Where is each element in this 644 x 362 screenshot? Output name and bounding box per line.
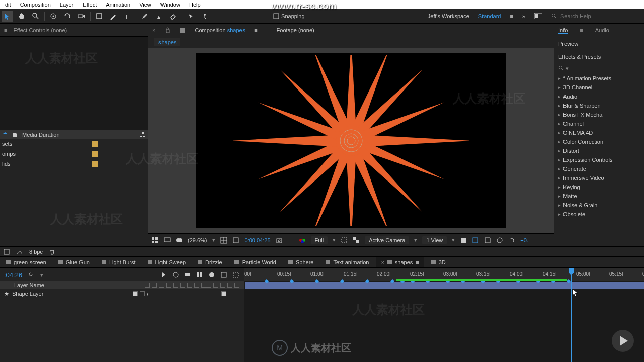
search-help[interactable]: [551, 13, 642, 19]
tl-icon[interactable]: [196, 271, 203, 278]
preset-item[interactable]: ▸3D Channel: [554, 83, 644, 92]
vf-icon2[interactable]: [472, 237, 479, 244]
tl-icon[interactable]: [208, 271, 215, 278]
preset-item[interactable]: ▸Expression Controls: [554, 155, 644, 164]
effects-presets-section[interactable]: Effects & Presets ≡: [554, 50, 644, 63]
preset-item[interactable]: ▸Matte: [554, 192, 644, 201]
timeline-tab[interactable]: Drizzle: [193, 257, 227, 267]
zoom-tool[interactable]: [30, 11, 41, 22]
roto-tool[interactable]: [185, 11, 196, 22]
grid-icon[interactable]: [151, 237, 158, 244]
preset-item[interactable]: ▸Audio: [554, 92, 644, 101]
preset-search[interactable]: ▾: [554, 63, 644, 74]
menu-animation[interactable]: Animation: [102, 2, 134, 8]
vf-icon3[interactable]: [484, 237, 491, 244]
menu-view[interactable]: View: [135, 2, 155, 8]
menu-layer[interactable]: Layer: [56, 2, 78, 8]
refresh-icon[interactable]: [508, 237, 515, 244]
menu-effect[interactable]: Effect: [78, 2, 101, 8]
search-help-input[interactable]: [560, 13, 621, 19]
rotate-tool[interactable]: [62, 11, 73, 22]
exposure[interactable]: +0.: [520, 237, 528, 243]
timeline-tab[interactable]: Light Sweep: [143, 257, 191, 267]
preset-item[interactable]: ▸Noise & Grain: [554, 201, 644, 210]
play-button[interactable]: [612, 330, 634, 352]
preset-item[interactable]: ▸Obsolete: [554, 210, 644, 219]
tl-icon[interactable]: [172, 271, 179, 278]
breadcrumb-item[interactable]: shapes: [154, 38, 180, 46]
project-item[interactable]: lids: [0, 159, 148, 169]
project-item[interactable]: sets: [0, 139, 148, 149]
lock-icon[interactable]: [165, 27, 171, 33]
pen-tool[interactable]: [108, 11, 119, 22]
hand-tool[interactable]: [16, 11, 27, 22]
preset-item[interactable]: ▸Distort: [554, 146, 644, 155]
preset-item[interactable]: ▸* Animation Presets: [554, 74, 644, 83]
panel-menu-icon[interactable]: ≡: [580, 27, 583, 33]
vf-icon4[interactable]: [496, 237, 503, 244]
tl-icon[interactable]: [160, 271, 167, 278]
trash-icon[interactable]: [49, 248, 56, 255]
channel-icon[interactable]: [299, 237, 306, 244]
close-panel-icon[interactable]: ×: [152, 27, 155, 33]
preset-item[interactable]: ▸Blur & Sharpen: [554, 101, 644, 110]
panel-menu-icon[interactable]: ≡: [4, 27, 7, 33]
menu-edit[interactable]: dit: [1, 2, 15, 8]
timeline-tab[interactable]: Text animation: [320, 257, 374, 267]
timeline-tab[interactable]: ×shapes≡: [376, 257, 424, 267]
rect-tool[interactable]: [94, 11, 105, 22]
timeline-time[interactable]: :04:26: [4, 271, 22, 279]
tl-icon[interactable]: [232, 271, 239, 278]
interpret-icon[interactable]: [3, 248, 10, 255]
preset-item[interactable]: ▸Boris FX Mocha: [554, 110, 644, 119]
bpc-label[interactable]: 8 bpc: [29, 249, 43, 255]
preset-item[interactable]: ▸Color Correction: [554, 137, 644, 146]
panel-menu-icon[interactable]: ≡: [254, 27, 257, 33]
playhead[interactable]: [571, 268, 572, 362]
timeline-tab[interactable]: Sphere: [283, 257, 318, 267]
composition-viewer[interactable]: [148, 48, 554, 233]
layer-name[interactable]: Shape Layer: [12, 291, 43, 297]
layer-bar[interactable]: [245, 282, 644, 289]
snapshot-icon[interactable]: [276, 237, 283, 244]
preset-item[interactable]: ▸Immersive Video: [554, 173, 644, 183]
menu-icon[interactable]: ≡: [510, 13, 513, 19]
timeline-tab[interactable]: Glue Gun: [53, 257, 95, 267]
transparency-icon[interactable]: [353, 237, 360, 244]
footage-tab[interactable]: Footage (none): [277, 27, 314, 33]
preset-item[interactable]: ▸Channel: [554, 119, 644, 128]
clone-tool[interactable]: [153, 11, 165, 22]
panel-menu-icon[interactable]: ≡: [583, 41, 586, 47]
resolution-icon[interactable]: [220, 237, 227, 244]
zoom-level[interactable]: (29.6%): [188, 237, 207, 243]
label-icon[interactable]: [12, 132, 18, 138]
workspace-selector[interactable]: Standard: [478, 13, 501, 19]
audio-tab[interactable]: Audio: [595, 27, 609, 33]
snapping-toggle[interactable]: Snapping: [273, 13, 305, 19]
sort-icon[interactable]: [2, 132, 8, 138]
view-select[interactable]: 1 View: [422, 236, 447, 244]
vf-icon1[interactable]: [460, 237, 467, 244]
menu-composition[interactable]: Composition: [16, 2, 55, 8]
viewer-canvas[interactable]: [196, 53, 506, 228]
current-time[interactable]: 0:00:04:25: [245, 237, 271, 243]
comp-tab-title[interactable]: Composition shapes: [195, 27, 245, 33]
camera-select[interactable]: Active Camera: [365, 236, 409, 244]
camera-tool[interactable]: [76, 11, 87, 22]
selection-tool[interactable]: [2, 11, 13, 22]
brush-tool[interactable]: [139, 11, 150, 22]
panel-icon[interactable]: [534, 13, 542, 19]
region-icon[interactable]: [341, 237, 348, 244]
effect-controls-tab[interactable]: ≡ Effect Controls (none): [0, 24, 148, 37]
timeline-tab[interactable]: Particle World: [229, 257, 281, 267]
timeline-tab[interactable]: green-screen: [1, 257, 51, 267]
text-tool[interactable]: T: [122, 11, 133, 22]
preset-item[interactable]: ▸Generate: [554, 164, 644, 173]
safe-icon[interactable]: [232, 237, 239, 244]
hierarchy-icon[interactable]: [140, 132, 146, 138]
preview-section[interactable]: Preview ≡: [554, 37, 644, 50]
preset-item[interactable]: ▸CINEMA 4D: [554, 128, 644, 137]
info-tab[interactable]: Info: [558, 27, 568, 34]
media-duration-column[interactable]: Media Duration: [22, 132, 60, 138]
chevron-icon[interactable]: »: [522, 13, 525, 19]
